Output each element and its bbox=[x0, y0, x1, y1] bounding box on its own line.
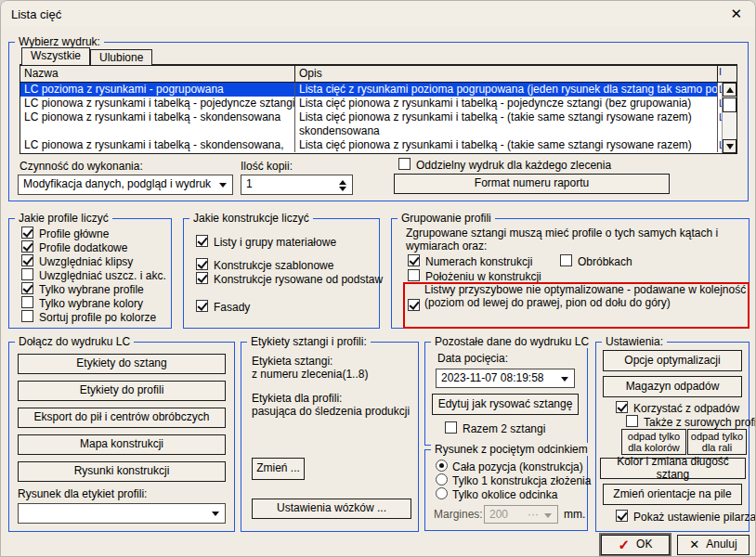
column-header-extra[interactable]: I bbox=[718, 66, 736, 82]
copies-label: Ilość kopii: bbox=[241, 160, 293, 173]
checkbox-label: Tylko wybrane kolory bbox=[39, 297, 143, 310]
action-select-value: Modyfikacja danych, podgląd i wydruk bbox=[23, 177, 211, 190]
additional-profiles-checkbox[interactable] bbox=[21, 240, 33, 253]
glazing-beads-checkbox[interactable] bbox=[408, 299, 420, 311]
chevron-down-icon[interactable] bbox=[219, 183, 227, 188]
checkbox-label: Numerach konstrukcji bbox=[425, 255, 532, 268]
cell-name[interactable]: LC pozioma z rysunkami - pogrupowana bbox=[20, 83, 295, 97]
facades-checkbox[interactable] bbox=[196, 300, 208, 312]
action-select[interactable]: Modyfikacja danych, podgląd i wydruk bbox=[18, 175, 233, 195]
use-waste-checkbox[interactable] bbox=[616, 401, 628, 413]
cell-name[interactable]: LC pionowa z rysunkami i tabelką - pojed… bbox=[20, 97, 295, 110]
include-clips-checkbox[interactable] bbox=[21, 254, 33, 266]
only-selected-profiles-checkbox[interactable] bbox=[21, 282, 33, 294]
scroll-down-button[interactable] bbox=[723, 139, 736, 153]
checkbox-label: Konstrukcje szablonowe bbox=[214, 259, 333, 272]
only-selected-colors-checkbox[interactable] bbox=[21, 296, 33, 308]
ok-button[interactable]: ✓ OK bbox=[601, 535, 670, 555]
construction-numbers-checkbox[interactable] bbox=[408, 254, 420, 266]
one-construction-radio[interactable] bbox=[436, 473, 448, 486]
table-row[interactable]: LC pozioma z rysunkami - pogrupowana Lis… bbox=[20, 83, 736, 97]
waste-rails-only-button[interactable]: odpad tylko dla rali bbox=[687, 429, 747, 455]
group-cut-segment-label: Rysunek z pociętym odcinkiem bbox=[431, 443, 592, 456]
checkbox-label: Razem 2 sztangi bbox=[463, 422, 545, 435]
checkbox-label: Fasady bbox=[214, 301, 250, 314]
spinner-down-icon[interactable] bbox=[339, 187, 346, 191]
titlebar: Lista cięć ✕ bbox=[1, 1, 755, 27]
sort-profiles-by-color-checkbox[interactable] bbox=[21, 310, 33, 322]
table-header: Nazwa Opis I bbox=[20, 66, 736, 83]
segment-area-radio[interactable] bbox=[436, 487, 448, 499]
close-icon[interactable]: ✕ bbox=[730, 6, 742, 22]
label-drawing-select-box[interactable] bbox=[18, 503, 226, 524]
position-in-construction-checkbox[interactable] bbox=[408, 269, 420, 281]
group-grouping-label: Grupowanie profili bbox=[398, 212, 495, 225]
main-profiles-checkbox[interactable] bbox=[21, 227, 33, 239]
chevron-down-icon[interactable] bbox=[212, 512, 219, 516]
arrow-down-icon bbox=[726, 144, 734, 149]
spinner-up-icon[interactable] bbox=[339, 180, 346, 185]
saw-export-button[interactable]: Eksport do pił i centrów obróbczych bbox=[18, 408, 226, 428]
report-number-format-button[interactable]: Format numeru raportu bbox=[394, 174, 670, 194]
margin-label: Margines: bbox=[434, 508, 483, 521]
copies-stepper[interactable]: 1 bbox=[241, 175, 353, 195]
group-profiles-label: Jakie profile liczyć bbox=[15, 212, 112, 225]
action-label: Czynność do wykonania: bbox=[20, 160, 143, 173]
checkbox-label: Położeniu w konstrukcji bbox=[425, 270, 541, 283]
template-constructions-checkbox[interactable] bbox=[196, 258, 208, 270]
column-header-desc[interactable]: Opis bbox=[295, 66, 718, 82]
whole-position-radio[interactable] bbox=[436, 460, 448, 472]
include-gaskets-checkbox[interactable] bbox=[21, 268, 33, 280]
profile-label-caption: Etykieta dla profili: bbox=[252, 392, 342, 405]
two-bars-together-checkbox[interactable] bbox=[445, 421, 457, 434]
cut-date-select[interactable]: 2023-11-07 08:19:58 bbox=[436, 369, 575, 388]
cancel-button-label: Anuluj bbox=[706, 538, 736, 551]
x-icon: ✕ bbox=[689, 538, 699, 551]
chevron-down-icon bbox=[544, 513, 552, 518]
trolley-settings-button[interactable]: Ustawienia wózków ... bbox=[252, 499, 411, 519]
cell-desc[interactable]: Lista cięć pionowa z rysunkami i tabelką… bbox=[295, 138, 718, 152]
checkbox-label: Korzystać z odpadów bbox=[633, 402, 739, 415]
construction-drawings-button[interactable]: Rysunki konstrukcji bbox=[18, 461, 226, 482]
scrollbar-thumb[interactable] bbox=[723, 97, 736, 112]
column-header-name[interactable]: Nazwa bbox=[20, 66, 295, 82]
drawn-constructions-checkbox[interactable] bbox=[196, 272, 208, 284]
cell-name[interactable]: LC pionowa z rysunkami i tabelką - skond… bbox=[20, 138, 295, 152]
grouping-intro-text: Zgrupowane sztangi muszą mieć profile o … bbox=[406, 227, 733, 253]
construction-map-button[interactable]: Mapa konstrukcji bbox=[18, 434, 226, 455]
bar-labels-button[interactable]: Etykiety do sztang bbox=[18, 354, 226, 374]
waste-warehouse-button[interactable]: Magazyn odpadów bbox=[603, 376, 742, 397]
tab-favorites[interactable]: Ulubione bbox=[90, 49, 152, 65]
arrow-up-icon bbox=[726, 87, 734, 93]
table-row[interactable]: LC pionowa z rysunkami i tabelką - pojed… bbox=[20, 97, 736, 110]
cancel-button[interactable]: ✕ Anuluj bbox=[677, 535, 749, 555]
show-sawyer-settings-checkbox[interactable] bbox=[616, 510, 628, 522]
machinings-checkbox[interactable] bbox=[560, 254, 572, 266]
checkbox-label: Uwzględniać uszcz. i akc. bbox=[39, 269, 166, 282]
waste-colors-only-button[interactable]: odpad tylko dla kolorów bbox=[621, 429, 686, 455]
separate-print-checkbox[interactable] bbox=[398, 158, 411, 170]
cell-desc[interactable]: Lista cięć pionowa z rysunkami i tabelką… bbox=[295, 97, 718, 110]
scroll-up-button[interactable] bbox=[723, 83, 736, 97]
table-row[interactable]: LC pionowa z rysunkami i tabelką - skond… bbox=[20, 138, 736, 152]
table-row[interactable]: LC pionowa z rysunkami i tabelką - skond… bbox=[20, 110, 736, 138]
vertical-scrollbar[interactable] bbox=[722, 83, 736, 153]
checkbox-label: Sortuj profile po kolorze bbox=[39, 311, 156, 324]
edit-bar-drawing-button[interactable]: Edytuj jak rysować sztangę bbox=[432, 394, 579, 415]
chevron-down-icon[interactable] bbox=[561, 377, 568, 382]
optimization-options-button[interactable]: Opcje optymalizacji bbox=[603, 350, 742, 371]
change-saw-orientation-button[interactable]: Zmień orientacje na pile bbox=[603, 484, 742, 505]
group-labels-label: Etykiety sztangi i profili: bbox=[247, 335, 371, 348]
profile-label-value: pasująca do śledzenia produkcji bbox=[252, 405, 410, 418]
material-lists-checkbox[interactable] bbox=[196, 235, 208, 247]
tab-all[interactable]: Wszystkie bbox=[21, 47, 90, 65]
cell-name[interactable]: LC pionowa z rysunkami i tabelką - skond… bbox=[20, 110, 295, 138]
profile-labels-button[interactable]: Etykiety do profili bbox=[18, 381, 226, 401]
cell-desc[interactable]: Lista cięć pionowa z rysunkami i tabelką… bbox=[295, 110, 718, 138]
change-button[interactable]: Zmień ... bbox=[252, 458, 305, 480]
radio-label: Tylko 1 konstrukcja złożenia bbox=[452, 474, 591, 487]
margin-select: 200 ··· bbox=[484, 505, 558, 524]
cell-desc[interactable]: Lista cięć z rysunkami pozioma pogrupowa… bbox=[295, 83, 718, 97]
raw-profiles-waste-checkbox[interactable] bbox=[626, 415, 638, 427]
color-bar-length-button[interactable]: Kolor i zmiana długość sztang bbox=[600, 458, 746, 479]
